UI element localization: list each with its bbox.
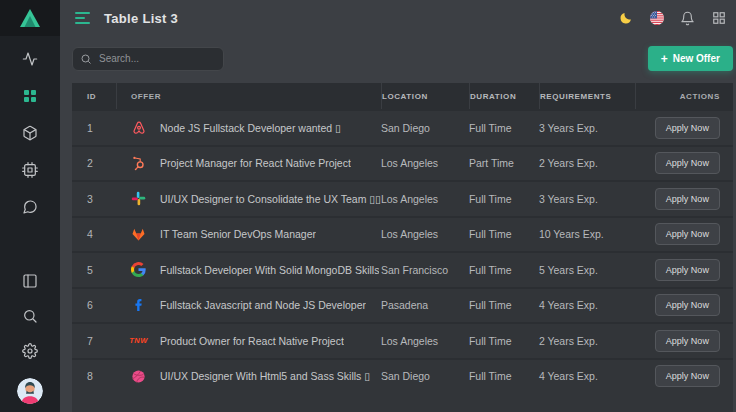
row-id: 1 — [72, 122, 116, 134]
sidebar-nav — [22, 36, 38, 215]
col-requirements: REQUIREMENTS — [539, 83, 635, 109]
settings-gear-icon[interactable] — [22, 343, 38, 359]
row-id: 2 — [72, 157, 116, 169]
apply-now-button[interactable]: Apply Now — [655, 365, 720, 387]
new-offer-button[interactable]: + New Offer — [648, 46, 733, 71]
table-row: 1 Node JS Fullstack Developer wanted ▯ S… — [72, 109, 733, 145]
row-id: 5 — [72, 264, 116, 276]
us-flag-icon[interactable] — [649, 10, 665, 26]
offers-table: ID OFFER LOCATION DURATION REQUIREMENTS … — [72, 83, 733, 412]
apply-now-button[interactable]: Apply Now — [655, 152, 720, 174]
row-duration: Part Time — [469, 157, 539, 169]
cpu-icon[interactable] — [22, 162, 38, 178]
row-location: Los Angeles — [381, 193, 469, 205]
table-row: 4 IT Team Senior DevOps Manager Los Ange… — [72, 216, 733, 252]
user-avatar[interactable] — [17, 378, 43, 404]
slack-icon — [130, 190, 147, 207]
table-row: 8 UI/UX Designer With Html5 and Sass Ski… — [72, 358, 733, 394]
dashboard-grid-icon[interactable] — [22, 88, 38, 104]
row-id: 7 — [72, 335, 116, 347]
hubspot-icon — [130, 155, 147, 172]
chat-icon[interactable] — [22, 199, 38, 215]
toolbar: + New Offer — [72, 46, 733, 71]
dribbble-icon — [130, 368, 147, 385]
bell-icon[interactable] — [680, 10, 696, 26]
apply-now-button[interactable]: Apply Now — [655, 117, 720, 139]
row-location: San Diego — [381, 122, 469, 134]
sidebar-bottom — [17, 273, 43, 412]
table-row: 2 Project Manager for React Native Proje… — [72, 145, 733, 181]
offer-title: Fullstack Developer With Solid MongoDB S… — [160, 264, 379, 276]
offer-title: UI/UX Designer With Html5 and Sass Skill… — [160, 370, 370, 382]
row-duration: Full Time — [469, 299, 539, 311]
row-id: 6 — [72, 299, 116, 311]
row-duration: Full Time — [469, 370, 539, 382]
row-location: San Francisco — [381, 264, 469, 276]
table-header: ID OFFER LOCATION DURATION REQUIREMENTS … — [72, 83, 733, 109]
sidebar — [0, 0, 60, 412]
offer-title: IT Team Senior DevOps Manager — [160, 228, 316, 240]
row-requirements: 4 Years Exp. — [539, 299, 635, 311]
row-requirements: 2 Years Exp. — [539, 335, 635, 347]
page-title: Table List 3 — [104, 11, 178, 26]
offer-title: Fullstack Javascript and Node JS Develop… — [160, 299, 366, 311]
row-location: Los Angeles — [381, 335, 469, 347]
main-area: Table List 3 — [60, 0, 736, 412]
row-requirements: 5 Years Exp. — [539, 264, 635, 276]
new-offer-label: New Offer — [673, 53, 720, 64]
row-duration: Full Time — [469, 122, 539, 134]
content: + New Offer ID OFFER LOCATION DURATION R… — [60, 36, 736, 412]
row-duration: Full Time — [469, 228, 539, 240]
gitlab-icon — [130, 226, 147, 243]
row-location: Los Angeles — [381, 228, 469, 240]
row-requirements: 2 Years Exp. — [539, 157, 635, 169]
search-icon — [80, 53, 92, 65]
tnw-icon: TNW — [130, 332, 147, 349]
apply-now-button[interactable]: Apply Now — [655, 259, 720, 281]
triangle-logo-icon — [19, 8, 41, 28]
offer-title: Product Owner for React Native Project — [160, 335, 344, 347]
row-location: Los Angeles — [381, 157, 469, 169]
row-requirements: 3 Years Exp. — [539, 122, 635, 134]
col-duration: DURATION — [469, 83, 539, 109]
moon-icon[interactable] — [618, 10, 634, 26]
table-row: 5 Fullstack Developer With Solid MongoDB… — [72, 251, 733, 287]
plus-icon: + — [661, 55, 668, 63]
col-offer: OFFER — [116, 83, 381, 109]
offer-title: UI/UX Designer to Consolidate the UX Tea… — [160, 193, 381, 205]
row-location: San Diego — [381, 370, 469, 382]
col-actions: ACTIONS — [635, 83, 733, 109]
activity-icon[interactable] — [22, 51, 38, 67]
offer-title: Node JS Fullstack Developer wanted ▯ — [160, 122, 341, 134]
search-box — [72, 47, 224, 71]
apps-grid-icon[interactable] — [711, 10, 727, 26]
table-row: 7 TNW Product Owner for React Native Pro… — [72, 322, 733, 358]
row-requirements: 3 Years Exp. — [539, 193, 635, 205]
row-requirements: 10 Years Exp. — [539, 228, 635, 240]
google-icon — [130, 261, 147, 278]
airbnb-icon — [130, 119, 147, 136]
app-logo[interactable] — [0, 0, 60, 36]
row-duration: Full Time — [469, 193, 539, 205]
row-location: Pasadena — [381, 299, 469, 311]
facebook-icon — [130, 297, 147, 314]
apply-now-button[interactable]: Apply Now — [655, 223, 720, 245]
search-icon[interactable] — [22, 308, 38, 324]
topbar: Table List 3 — [60, 0, 736, 36]
col-location: LOCATION — [381, 83, 469, 109]
row-duration: Full Time — [469, 264, 539, 276]
apply-now-button[interactable]: Apply Now — [655, 294, 720, 316]
layout-sidebar-icon[interactable] — [22, 273, 38, 289]
row-duration: Full Time — [469, 335, 539, 347]
apply-now-button[interactable]: Apply Now — [655, 188, 720, 210]
table-row: 6 Fullstack Javascript and Node JS Devel… — [72, 287, 733, 323]
box-icon[interactable] — [22, 125, 38, 141]
offer-title: Project Manager for React Native Project — [160, 157, 351, 169]
table-row: 3 UI/UX Designer to Consolidate the UX T… — [72, 180, 733, 216]
search-input[interactable] — [72, 47, 224, 71]
row-id: 4 — [72, 228, 116, 240]
col-id: ID — [72, 83, 116, 109]
sidebar-toggle-icon[interactable] — [75, 12, 90, 24]
row-id: 3 — [72, 193, 116, 205]
apply-now-button[interactable]: Apply Now — [655, 330, 720, 352]
